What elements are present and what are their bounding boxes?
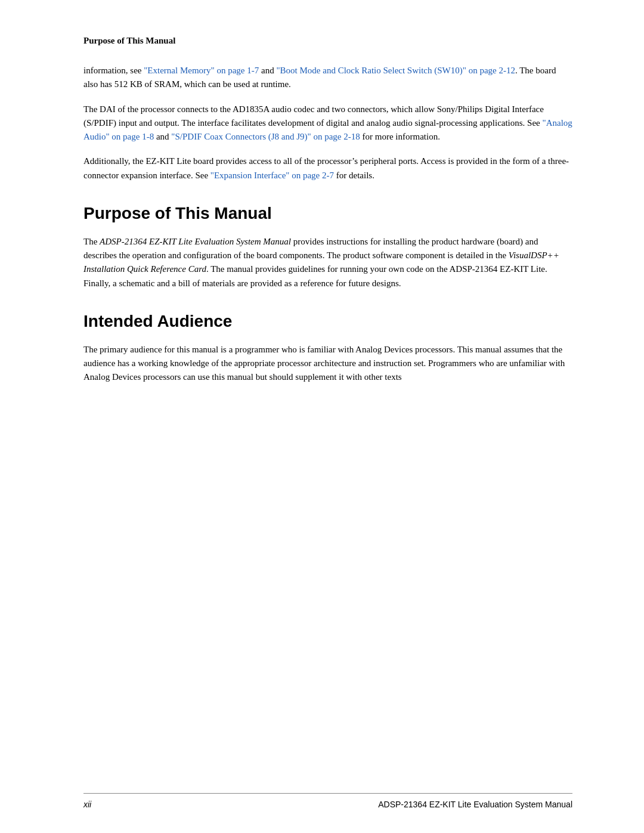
paragraph-3: Additionally, the EZ-KIT Lite board prov… xyxy=(83,154,572,182)
footer-content: xii ADSP-21364 EZ-KIT Lite Evaluation Sy… xyxy=(83,800,572,809)
link-expansion-interface[interactable]: "Expansion Interface" on page 2-7 xyxy=(210,171,334,180)
link-external-memory[interactable]: "External Memory" on page 1-7 xyxy=(144,66,259,75)
section1-paragraph: The ADSP-21364 EZ-KIT Lite Evaluation Sy… xyxy=(83,235,572,290)
italic-title1: ADSP-21364 EZ-KIT Lite Evaluation System… xyxy=(100,237,291,246)
top-small-heading: Purpose of This Manual xyxy=(83,36,572,46)
italic-title2: VisualDSP++ Installation Quick Reference… xyxy=(83,250,559,274)
link-boot-mode[interactable]: "Boot Mode and Clock Ratio Select Switch… xyxy=(276,66,515,75)
paragraph-2: The DAI of the processor connects to the… xyxy=(83,103,572,144)
link-spdif-coax[interactable]: "S/PDIF Coax Connectors (J8 and J9)" on … xyxy=(171,132,360,141)
section1-heading: Purpose of This Manual xyxy=(83,204,572,223)
footer-page-number: xii xyxy=(83,800,91,809)
footer-divider xyxy=(83,793,572,794)
section2-heading: Intended Audience xyxy=(83,312,572,331)
footer-title: ADSP-21364 EZ-KIT Lite Evaluation System… xyxy=(378,800,572,809)
paragraph-1: information, see "External Memory" on pa… xyxy=(83,64,572,92)
section2-paragraph: The primary audience for this manual is … xyxy=(83,343,572,385)
page: Purpose of This Manual information, see … xyxy=(0,0,644,833)
footer: xii ADSP-21364 EZ-KIT Lite Evaluation Sy… xyxy=(0,793,644,809)
top-section: Purpose of This Manual information, see … xyxy=(83,36,572,182)
